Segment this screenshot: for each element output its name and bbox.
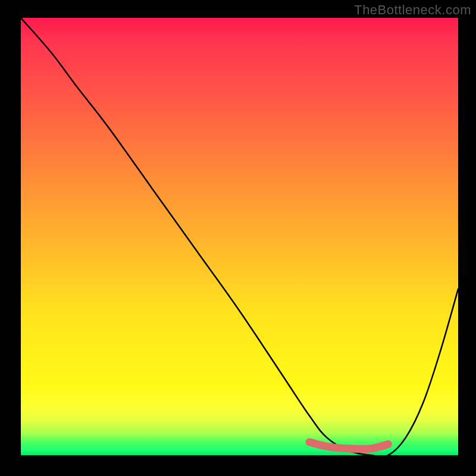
watermark-label: TheBottleneck.com <box>354 2 471 18</box>
plot-area <box>21 18 458 455</box>
flat-segment <box>309 442 388 449</box>
main-curve <box>21 18 458 455</box>
plot-overlay <box>21 18 458 455</box>
chart-container: TheBottleneck.com <box>0 0 476 476</box>
